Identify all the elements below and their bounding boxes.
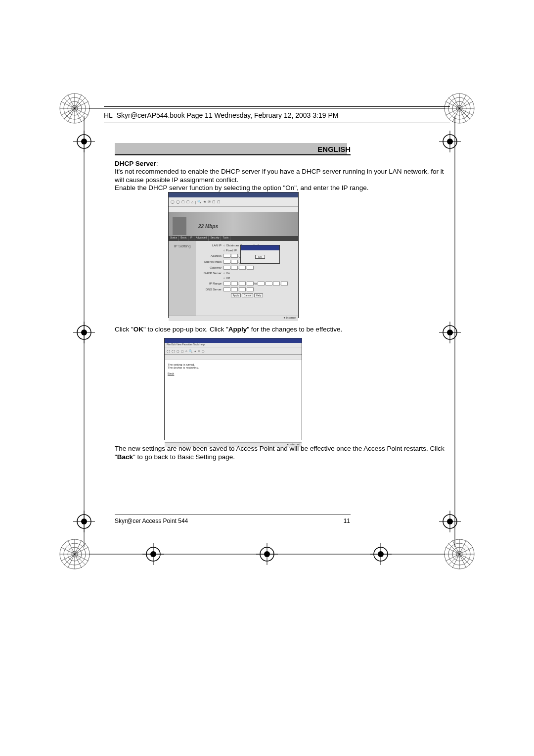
address-bar [165,355,302,360]
registration-mark-icon [439,131,461,152]
footer-page-number: 11 [344,518,350,524]
browser-toolbar: ◯◯▢▢⌂|🔍★✉▢▢ [169,197,298,207]
banner-brand: 22 Mbps [198,224,218,229]
registration-mark-icon [73,322,95,343]
print-sunburst-icon [443,537,476,571]
status-bar: ● Internet [169,316,298,321]
banner-thumb [173,217,186,235]
apply-button: Apply [231,293,241,297]
registration-mark-icon [439,511,461,532]
popup-dialog: OK [240,245,280,264]
registration-mark-icon [73,511,95,532]
popup-ok-button: OK [255,255,266,259]
footer-product: Skyr@cer Access Point 544 [115,518,188,524]
language-label: ENGLISH [312,145,351,153]
section-title: DHCP Server [115,160,156,167]
nav-tabs: StatusBasicIPAdvancedSecurityTools [169,236,298,241]
paragraph: It's not recommended to enable the DHCP … [115,167,451,185]
address-bar [169,207,298,212]
registration-mark-icon [370,543,392,565]
footer-rule [115,515,351,515]
header-rule [104,123,450,123]
window-titlebar [165,338,302,343]
print-sunburst-icon [443,92,476,125]
registration-mark-icon [73,131,95,152]
screenshot-restart: File Edit View Favorites Tools Help ◯◯▢▢… [164,338,302,440]
paragraph: Click "OK" to close pop-up box. Click "A… [115,325,451,333]
browser-toolbar: ◯◯▢▢⌂🔍★✉▢ [165,347,302,355]
ip-form: LAN IP ○ Obtain an IP automatically ○ Fi… [196,241,298,316]
language-underline [115,154,351,155]
header-rule [104,106,450,107]
print-sunburst-icon [58,92,91,125]
page-banner: 22 Mbps [169,212,298,236]
running-head: HL_Skyr@cerAP544.book Page 11 Wednesday,… [104,111,338,119]
registration-mark-icon [142,543,164,565]
back-link: Back [168,372,299,375]
side-label: IP Setting [169,241,196,316]
print-sunburst-icon [58,537,91,571]
window-titlebar [169,192,298,197]
screenshot-ip-setting: ◯◯▢▢⌂|🔍★✉▢▢ 22 Mbps StatusBasicIPAdvance… [168,192,299,318]
paragraph: The new settings are now been saved to A… [115,444,451,462]
page-content: The setting is saved. The device is rest… [165,360,302,442]
help-button: Help [254,293,263,297]
menu-bar: File Edit View Favorites Tools Help [165,343,302,347]
paragraph: Enable the DHCP server function by selec… [115,184,451,192]
cancel-button: Cancel [242,293,254,297]
registration-mark-icon [256,543,278,565]
